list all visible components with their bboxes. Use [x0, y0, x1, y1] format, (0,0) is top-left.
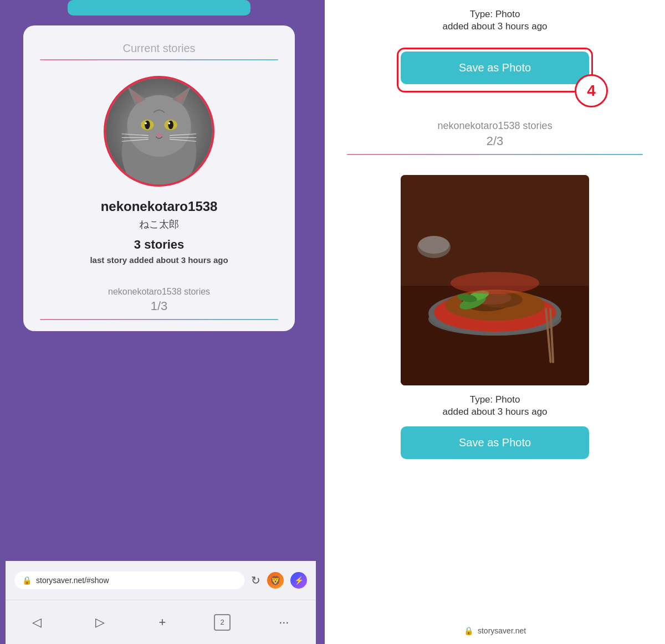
- url-text: storysaver.net/#show: [36, 576, 109, 585]
- stories-count: 3 stories: [134, 238, 185, 252]
- bottom-url-text: storysaver.net: [478, 626, 526, 635]
- added-time-bottom: added about 3 hours ago: [443, 406, 548, 418]
- divider-line-nav: [40, 319, 278, 320]
- story-nav-section: nekonekotaro1538 stories 1/3: [40, 287, 278, 320]
- left-panel: Current stories: [0, 0, 318, 644]
- tab-count-button[interactable]: 2: [214, 614, 231, 631]
- bottom-lock-icon: 🔒: [464, 626, 473, 635]
- story-nav-right-count: 2/3: [347, 134, 643, 148]
- username-main: nekonekotaro1538: [101, 199, 218, 214]
- save-button-highlight: Save as Photo 4: [397, 48, 593, 92]
- svg-point-10: [168, 121, 173, 129]
- divider-right: [347, 154, 643, 155]
- nav-bar: ◁ ▷ + 2 ···: [6, 600, 316, 644]
- story-nav-right: nekonekotaro1538 stories 2/3: [347, 120, 643, 166]
- bottom-url-bar: 🔒 storysaver.net: [464, 626, 526, 644]
- current-stories-title: Current stories: [122, 42, 195, 55]
- lightning-icon: ⚡: [290, 572, 307, 589]
- svg-point-2: [127, 95, 191, 157]
- forward-button[interactable]: ▷: [90, 610, 110, 635]
- purple-divider: [318, 0, 325, 644]
- svg-point-11: [145, 122, 147, 125]
- story-nav-right-title: nekonekotaro1538 stories: [347, 120, 643, 132]
- left-card: Current stories: [23, 25, 295, 331]
- save-photo-button-top[interactable]: Save as Photo: [401, 51, 589, 84]
- last-story-text: last story added about 3 hours ago: [90, 255, 228, 265]
- food-image-container: [401, 175, 589, 385]
- top-cyan-button[interactable]: [68, 0, 250, 16]
- story-nav-count: 1/3: [40, 299, 278, 313]
- type-photo-bottom: Type: Photo: [470, 394, 520, 405]
- story-nav-title: nekonekotaro1538 stories: [40, 287, 278, 297]
- divider-line: [40, 59, 278, 60]
- cat-avatar-svg: [106, 76, 212, 187]
- lock-icon: 🔒: [22, 576, 32, 585]
- right-panel: Type: Photo added about 3 hours ago Save…: [325, 0, 665, 644]
- back-button[interactable]: ◁: [27, 610, 47, 635]
- food-image-svg: [401, 175, 589, 385]
- type-photo-text-top: Type: Photo: [347, 9, 643, 20]
- added-time-text-top: added about 3 hours ago: [347, 21, 643, 32]
- svg-point-36: [451, 272, 539, 294]
- svg-point-35: [418, 236, 449, 254]
- browser-url-area[interactable]: 🔒 storysaver.net/#show: [14, 571, 244, 589]
- save-photo-button-bottom[interactable]: Save as Photo: [401, 426, 589, 459]
- avatar-container: [104, 76, 214, 187]
- refresh-icon[interactable]: ↻: [251, 574, 260, 587]
- more-button[interactable]: ···: [273, 610, 294, 635]
- brave-icon: 🦁: [267, 572, 284, 589]
- right-top-section: Type: Photo added about 3 hours ago: [347, 0, 643, 41]
- svg-point-12: [168, 122, 170, 125]
- svg-point-9: [145, 121, 150, 129]
- top-button-container: [17, 0, 301, 16]
- badge-4: 4: [575, 74, 608, 107]
- username-jp: ねこ太郎: [139, 218, 179, 231]
- new-tab-button[interactable]: +: [153, 610, 171, 635]
- browser-bar: 🔒 storysaver.net/#show ↻ 🦁 ⚡: [6, 561, 316, 600]
